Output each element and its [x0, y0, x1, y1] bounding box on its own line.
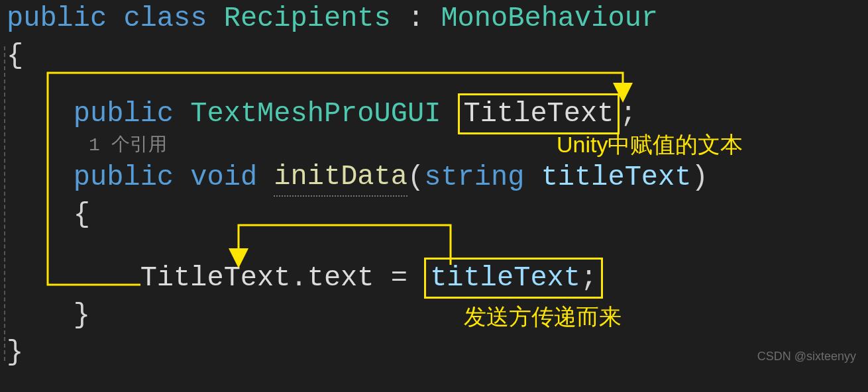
code-line: { — [0, 196, 868, 233]
code-line: public TextMeshProUGUI TitleText; — [0, 95, 868, 132]
param-name: titleText — [541, 159, 692, 197]
code-line: public class Recipients : MonoBehaviour — [0, 0, 868, 37]
type-name: TextMeshProUGUI — [190, 95, 441, 133]
class-name: Recipients — [224, 0, 391, 37]
keyword-public: public — [7, 0, 107, 37]
references-text: 1 个引用 — [0, 133, 167, 158]
open-brace: { — [74, 196, 90, 234]
annotation-unity-field: Unity中赋值的文本 — [557, 130, 743, 160]
code-editor[interactable]: public class Recipients : MonoBehaviour … — [0, 0, 868, 371]
rparen: ) — [691, 159, 708, 197]
keyword-void: void — [190, 159, 257, 197]
property: text — [307, 260, 374, 297]
base-class: MonoBehaviour — [441, 0, 658, 37]
annotation-sender: 发送方传递而来 — [464, 302, 622, 332]
target-object: TitleText — [140, 260, 291, 297]
method-name: initData — [274, 158, 407, 197]
spacer — [0, 233, 868, 260]
lparen: ( — [407, 159, 424, 197]
spacer — [0, 74, 868, 95]
code-line: } — [0, 297, 868, 334]
semicolon: ; — [580, 262, 597, 294]
param-type: string — [424, 159, 524, 197]
dot: . — [290, 260, 307, 297]
code-line: TitleText.text = titleText; — [0, 260, 868, 297]
watermark: CSDN @sixteenyy — [757, 348, 856, 364]
code-line: public void initData(string titleText) — [0, 159, 868, 196]
open-brace: { — [7, 37, 23, 75]
value-var: titleText — [430, 262, 580, 294]
keyword-public: public — [74, 159, 174, 197]
close-brace: } — [7, 334, 23, 371]
equals: = — [374, 260, 425, 297]
code-line: { — [0, 37, 868, 74]
semicolon: ; — [620, 95, 636, 133]
colon: : — [407, 0, 424, 37]
code-line: } — [0, 334, 868, 371]
keyword-class: class — [123, 0, 207, 37]
keyword-public: public — [74, 95, 174, 133]
close-brace: } — [74, 297, 90, 334]
field-name: TitleText — [464, 98, 614, 130]
